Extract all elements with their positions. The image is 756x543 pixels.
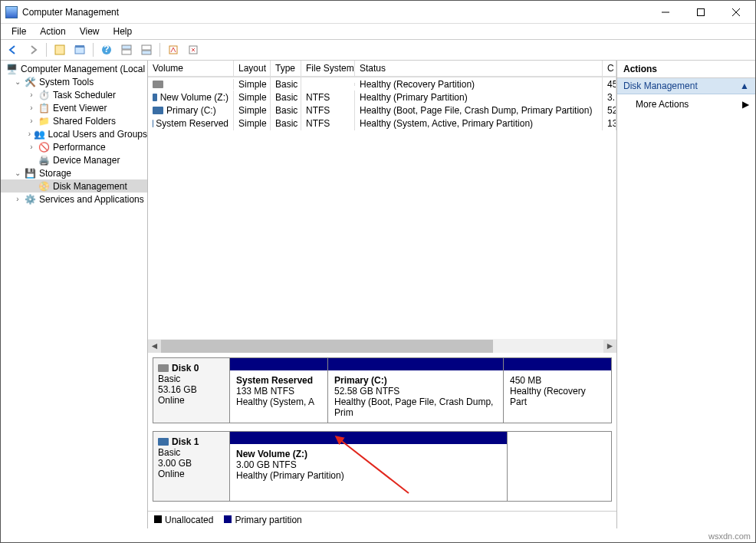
svg-rect-10 [122, 50, 131, 54]
event-icon: 📋 [38, 102, 50, 114]
performance-icon: 🚫 [38, 141, 50, 153]
tree-local-users[interactable]: ›👥Local Users and Groups [1, 127, 147, 140]
expand-icon[interactable]: › [27, 117, 36, 125]
volume-name: New Volume (Z:) [160, 92, 228, 103]
partition-status: Healthy (Recovery Part [510, 386, 605, 407]
partition-header [230, 358, 327, 370]
tree-label: Services and Applications [39, 194, 144, 205]
col-filesystem[interactable]: File System [301, 61, 355, 77]
volume-row[interactable]: Primary (C:) Simple Basic NTFS Healthy (… [148, 104, 616, 117]
expand-icon[interactable]: › [27, 130, 32, 138]
collapse-icon[interactable]: ⌄ [13, 77, 22, 86]
partition-system-reserved[interactable]: System Reserved133 MB NTFSHealthy (Syste… [230, 358, 328, 423]
help-button[interactable]: ? [97, 41, 116, 58]
window-title: Computer Management [22, 7, 648, 18]
volume-icon [153, 81, 163, 88]
disk-0[interactable]: Disk 0 Basic 53.16 GB Online System Rese… [153, 357, 612, 423]
partition-recovery[interactable]: 450 MBHealthy (Recovery Part [504, 358, 611, 423]
disk-type: Basic [158, 447, 225, 458]
col-capacity[interactable]: C [603, 61, 616, 77]
services-icon: ⚙️ [24, 193, 36, 206]
partition-new-volume-z[interactable]: New Volume (Z:)3.00 GB NTFSHealthy (Prim… [230, 432, 508, 501]
collapse-icon[interactable]: ⌄ [13, 169, 22, 177]
svg-rect-5 [75, 47, 84, 54]
volume-type: Basic [271, 117, 301, 130]
tree-label: Device Manager [53, 155, 120, 166]
scroll-thumb[interactable] [161, 340, 493, 353]
submenu-icon: ▶ [742, 99, 749, 110]
volume-icon [153, 107, 163, 114]
volume-fs: NTFS [301, 90, 355, 104]
volume-status: Healthy (System, Active, Primary Partiti… [355, 117, 603, 130]
expand-icon[interactable]: › [27, 143, 36, 151]
partition-name: System Reserved [236, 375, 321, 386]
volume-cap: 13 [603, 117, 616, 130]
tree-event-viewer[interactable]: ›📋Event Viewer [1, 101, 147, 114]
svg-text:?: ? [104, 44, 109, 54]
col-status[interactable]: Status [355, 61, 603, 77]
disk-1[interactable]: Disk 1 Basic 3.00 GB Online New Volume (… [153, 431, 612, 502]
tree-disk-management[interactable]: 📀Disk Management [1, 179, 147, 193]
maximize-button[interactable] [683, 1, 718, 24]
partition-size: 450 MB [510, 375, 605, 386]
view-bottom-button[interactable] [137, 41, 156, 58]
volume-layout: Simple [234, 90, 271, 104]
settings-button[interactable] [164, 41, 182, 58]
disk-1-info[interactable]: Disk 1 Basic 3.00 GB Online [153, 432, 230, 501]
volume-status: Healthy (Boot, Page File, Crash Dump, Pr… [355, 104, 603, 117]
minimize-button[interactable] [648, 1, 683, 24]
volume-cap: 3. [603, 90, 616, 104]
expand-icon[interactable]: › [27, 104, 36, 112]
menu-view[interactable]: View [74, 25, 106, 38]
menu-bar: File Action View Help [1, 24, 755, 39]
disk-0-info[interactable]: Disk 0 Basic 53.16 GB Online [153, 358, 230, 423]
show-hide-tree-button[interactable] [51, 41, 69, 58]
scroll-left-icon[interactable]: ◄ [148, 340, 161, 353]
expand-icon[interactable]: › [13, 195, 22, 203]
tree-services-apps[interactable]: ›⚙️Services and Applications [1, 193, 147, 206]
menu-action[interactable]: Action [34, 25, 71, 38]
svg-rect-12 [142, 51, 151, 54]
col-layout[interactable]: Layout [234, 61, 271, 77]
volume-icon [153, 94, 157, 101]
back-button[interactable] [4, 41, 22, 58]
volume-row[interactable]: Simple Basic Healthy (Recovery Partition… [148, 77, 616, 90]
volume-list-header[interactable]: Volume Layout Type File System Status C [148, 61, 616, 77]
col-volume[interactable]: Volume [148, 61, 234, 77]
tree-performance[interactable]: ›🚫Performance [1, 140, 147, 153]
svg-rect-4 [55, 45, 64, 54]
forward-button[interactable] [24, 41, 42, 58]
tree-device-manager[interactable]: 🖨️Device Manager [1, 153, 147, 166]
refresh-button[interactable] [184, 41, 202, 58]
scroll-right-icon[interactable]: ► [603, 340, 616, 353]
properties-button[interactable] [71, 41, 89, 58]
toolbar: ? [1, 39, 755, 61]
actions-section-label: Disk Management [623, 81, 698, 91]
partition-name: New Volume (Z:) [236, 449, 501, 459]
expand-icon[interactable]: › [27, 90, 36, 99]
menu-file[interactable]: File [5, 25, 32, 38]
partition-primary-c[interactable]: Primary (C:)52.58 GB NTFSHealthy (Boot, … [328, 358, 504, 423]
col-type[interactable]: Type [271, 61, 301, 77]
volume-list[interactable]: Simple Basic Healthy (Recovery Partition… [148, 77, 616, 339]
volume-type: Basic [271, 104, 301, 117]
actions-more-actions[interactable]: More Actions ▶ [617, 94, 755, 114]
disk-graphical-view: Disk 0 Basic 53.16 GB Online System Rese… [148, 353, 616, 511]
console-tree[interactable]: 🖥️Computer Management (Local ⌄🛠️System T… [1, 61, 148, 528]
tree-root[interactable]: 🖥️Computer Management (Local [1, 62, 147, 75]
horizontal-scrollbar[interactable]: ◄ ► [148, 339, 616, 353]
tree-storage[interactable]: ⌄💾Storage [1, 166, 147, 179]
view-top-button[interactable] [117, 41, 136, 58]
close-button[interactable] [718, 1, 754, 24]
tree-task-scheduler[interactable]: ›⏱️Task Scheduler [1, 88, 147, 101]
actions-section-disk-management[interactable]: Disk Management ▲ [617, 78, 755, 94]
tree-label: Local Users and Groups [48, 129, 147, 140]
tree-system-tools[interactable]: ⌄🛠️System Tools [1, 75, 147, 88]
svg-rect-1 [698, 8, 705, 15]
disk-name: Disk 0 [172, 363, 199, 374]
volume-row[interactable]: New Volume (Z:) Simple Basic NTFS Health… [148, 90, 616, 104]
menu-help[interactable]: Help [107, 25, 139, 38]
tree-shared-folders[interactable]: ›📁Shared Folders [1, 114, 147, 127]
volume-row[interactable]: System Reserved Simple Basic NTFS Health… [148, 117, 616, 130]
tree-root-label: Computer Management (Local [21, 64, 145, 74]
